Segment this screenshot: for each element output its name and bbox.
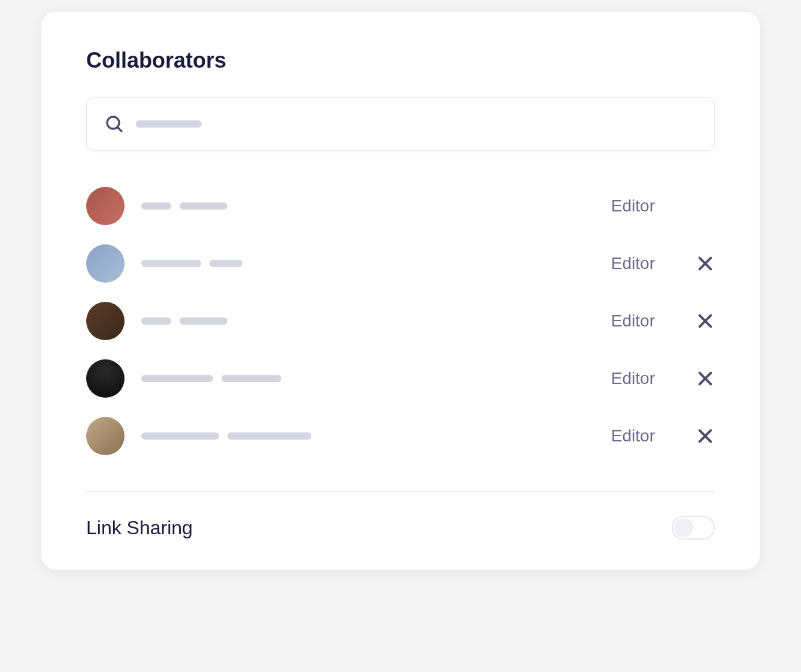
section-divider [86, 491, 715, 492]
remove-collaborator-button[interactable] [696, 311, 715, 331]
collaborator-list: Editor Editor Edito [86, 187, 715, 455]
avatar [86, 302, 125, 340]
collaborator-row: Editor [86, 359, 715, 398]
collaborator-row: Editor [86, 244, 715, 283]
collaborator-name-placeholder [141, 202, 594, 210]
role-select[interactable]: Editor [611, 254, 655, 273]
role-select[interactable]: Editor [611, 196, 655, 216]
role-select[interactable]: Editor [611, 311, 655, 331]
role-select[interactable]: Editor [611, 426, 655, 446]
panel-title: Collaborators [86, 48, 715, 73]
avatar [86, 244, 125, 283]
collaborator-name-placeholder [141, 432, 594, 440]
remove-collaborator-button[interactable] [696, 426, 715, 446]
collaborator-row: Editor [86, 417, 715, 455]
collaborators-panel: Collaborators Editor [41, 12, 760, 570]
link-sharing-toggle[interactable] [672, 516, 715, 540]
svg-line-1 [117, 127, 122, 131]
role-select[interactable]: Editor [611, 369, 655, 388]
search-icon [105, 114, 124, 134]
remove-collaborator-button[interactable] [696, 254, 715, 273]
collaborator-name-placeholder [141, 375, 594, 382]
toggle-knob [674, 518, 693, 537]
collaborator-name-placeholder [141, 317, 594, 325]
link-sharing-label: Link Sharing [86, 517, 193, 539]
avatar [86, 417, 125, 455]
search-input[interactable] [86, 97, 715, 151]
collaborator-name-placeholder [141, 260, 594, 267]
link-sharing-row: Link Sharing [86, 516, 715, 540]
avatar [86, 359, 125, 398]
collaborator-row: Editor [86, 187, 715, 225]
collaborator-row: Editor [86, 302, 715, 340]
search-placeholder [136, 120, 202, 128]
remove-collaborator-button[interactable] [696, 369, 715, 388]
avatar [86, 187, 125, 225]
